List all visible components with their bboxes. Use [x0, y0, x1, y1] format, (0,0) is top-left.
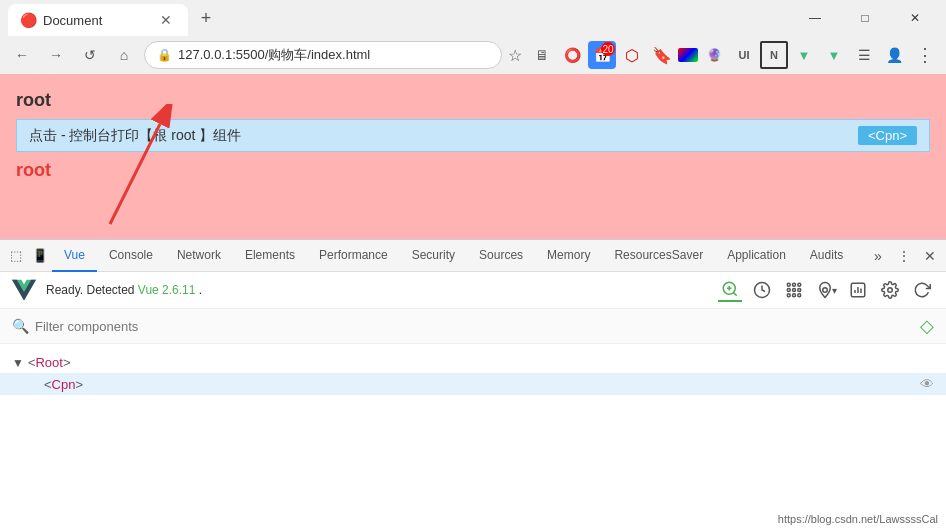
- profile-avatar[interactable]: 👤: [880, 41, 908, 69]
- devtools-tab-bar: ⬚ 📱 Vue Console Network Elements Perform…: [0, 240, 946, 272]
- svg-point-15: [822, 288, 827, 293]
- vue-store-icon[interactable]: [782, 278, 806, 302]
- tree-tag-cpn-close: >: [75, 377, 83, 392]
- tab-audits[interactable]: Audits: [798, 240, 855, 272]
- devtools-sidebar-icon-inspect[interactable]: ⬚: [4, 244, 28, 268]
- extension-icon-todo[interactable]: 20 📅: [588, 41, 616, 69]
- devtools-sidebar-icon-device[interactable]: 📱: [28, 244, 52, 268]
- tab-elements[interactable]: Elements: [233, 240, 307, 272]
- more-options-button[interactable]: ⋮: [910, 41, 938, 69]
- filter-input[interactable]: [35, 319, 920, 334]
- address-bar: ← → ↺ ⌂ 🔒 127.0.0.1:5500/购物车/index.html …: [0, 36, 946, 74]
- extension-icon-menu[interactable]: ☰: [850, 41, 878, 69]
- lock-icon: 🔒: [157, 48, 172, 62]
- vue-version: Vue 2.6.11: [138, 283, 196, 297]
- diamond-icon: ◇: [920, 315, 934, 337]
- tab-vue[interactable]: Vue: [52, 240, 97, 272]
- svg-point-10: [793, 289, 796, 292]
- svg-point-9: [787, 289, 790, 292]
- tab-title: Document: [43, 13, 150, 28]
- tab-console[interactable]: Console: [97, 240, 165, 272]
- browser-tab[interactable]: 🔴 Document ✕: [8, 4, 188, 36]
- tab-memory[interactable]: Memory: [535, 240, 602, 272]
- url-text: 127.0.0.1:5500/购物车/index.html: [178, 46, 370, 64]
- devtools-options-button[interactable]: ⋮: [892, 244, 916, 268]
- more-tabs-button[interactable]: »: [866, 244, 890, 268]
- refresh-button[interactable]: ↺: [76, 41, 104, 69]
- close-button[interactable]: ✕: [892, 3, 938, 33]
- tab-application[interactable]: Application: [715, 240, 798, 272]
- tree-tag-cpn-name: Cpn: [52, 377, 76, 392]
- browser-window: 🔴 Document ✕ + — □ ✕ ← → ↺ ⌂ 🔒 127.0.0.1…: [0, 0, 946, 529]
- vue-settings-icon[interactable]: [878, 278, 902, 302]
- back-button[interactable]: ←: [8, 41, 36, 69]
- vue-logo: [12, 278, 36, 302]
- tab-sources[interactable]: Sources: [467, 240, 535, 272]
- svg-point-7: [793, 283, 796, 286]
- tree-tag-root-close: >: [63, 355, 71, 370]
- search-icon: 🔍: [12, 318, 29, 334]
- vue-header: Ready. Detected Vue 2.6.11 .: [0, 272, 946, 309]
- extension-icon-4[interactable]: ⬡: [618, 41, 646, 69]
- svg-point-11: [798, 289, 801, 292]
- tree-tag-cpn-open: <: [44, 377, 52, 392]
- browser-toolbar: 🖥 ⭕ 20 📅 ⬡ 🔖 🔮 UI N ▼ ▼ ☰ 👤 ⋮: [528, 41, 938, 69]
- vue-refresh-icon[interactable]: [910, 278, 934, 302]
- svg-point-13: [793, 294, 796, 297]
- url-bar[interactable]: 🔒 127.0.0.1:5500/购物车/index.html: [144, 41, 502, 69]
- root-label-1: root: [16, 82, 930, 119]
- component-tree: ▼ < Root > < Cpn > 👁: [0, 344, 946, 403]
- button-text: 点击 - 控制台打印【根 root 】组件: [29, 127, 241, 145]
- svg-point-17: [888, 288, 893, 293]
- extension-icon-v1[interactable]: ▼: [790, 41, 818, 69]
- tab-security[interactable]: Security: [400, 240, 467, 272]
- devtools-panel: ⬚ 📱 Vue Console Network Elements Perform…: [0, 239, 946, 529]
- vue-ready-prefix: Ready. Detected: [46, 283, 138, 297]
- vue-timeline-icon[interactable]: [750, 278, 774, 302]
- maximize-button[interactable]: □: [842, 3, 888, 33]
- svg-point-12: [787, 294, 790, 297]
- svg-point-14: [798, 294, 801, 297]
- devtools-close-button[interactable]: ✕: [918, 244, 942, 268]
- action-button[interactable]: 点击 - 控制台打印【根 root 】组件 <Cpn>: [16, 119, 930, 152]
- extension-icon-opera[interactable]: ⭕: [558, 41, 586, 69]
- eye-icon[interactable]: 👁: [920, 376, 934, 392]
- extension-icon-1[interactable]: 🖥: [528, 41, 556, 69]
- tree-tag-root-name: Root: [35, 355, 62, 370]
- tree-item-cpn[interactable]: < Cpn > 👁: [0, 373, 946, 395]
- tab-close-button[interactable]: ✕: [156, 10, 176, 30]
- extension-icon-6[interactable]: [678, 48, 698, 62]
- cpn-badge: <Cpn>: [858, 126, 917, 145]
- extension-icon-5[interactable]: 🔖: [648, 41, 676, 69]
- svg-point-6: [787, 283, 790, 286]
- vue-perf-icon[interactable]: [846, 278, 870, 302]
- tab-favicon: 🔴: [20, 12, 37, 28]
- extension-icon-ui[interactable]: UI: [730, 41, 758, 69]
- forward-button[interactable]: →: [42, 41, 70, 69]
- vue-inspect-icon[interactable]: [718, 278, 742, 302]
- tree-item-root[interactable]: ▼ < Root >: [0, 352, 946, 373]
- home-button[interactable]: ⌂: [110, 41, 138, 69]
- watermark: https://blog.csdn.net/LawssssCal: [778, 513, 938, 525]
- vue-ready-text: Ready. Detected Vue 2.6.11 .: [46, 283, 708, 297]
- vue-panel: Ready. Detected Vue 2.6.11 .: [0, 272, 946, 529]
- extension-icon-7[interactable]: 🔮: [700, 41, 728, 69]
- extension-icon-v2[interactable]: ▼: [820, 41, 848, 69]
- bookmark-button[interactable]: ☆: [508, 46, 522, 65]
- tree-arrow-root: ▼: [12, 356, 24, 370]
- tab-performance[interactable]: Performance: [307, 240, 400, 272]
- root-label-2: root: [16, 152, 930, 189]
- minimize-button[interactable]: —: [792, 3, 838, 33]
- svg-point-8: [798, 283, 801, 286]
- tab-network[interactable]: Network: [165, 240, 233, 272]
- new-tab-button[interactable]: +: [192, 4, 220, 32]
- vue-toolbar: ▾: [718, 278, 934, 302]
- extension-icon-n[interactable]: N: [760, 41, 788, 69]
- tab-resourcessaver[interactable]: ResourcesSaver: [602, 240, 715, 272]
- filter-bar: 🔍 ◇: [0, 309, 946, 344]
- vue-router-icon[interactable]: ▾: [814, 278, 838, 302]
- title-bar: 🔴 Document ✕ + — □ ✕: [0, 0, 946, 36]
- tree-tag-root-open: <: [28, 355, 36, 370]
- vue-ready-suffix: .: [199, 283, 202, 297]
